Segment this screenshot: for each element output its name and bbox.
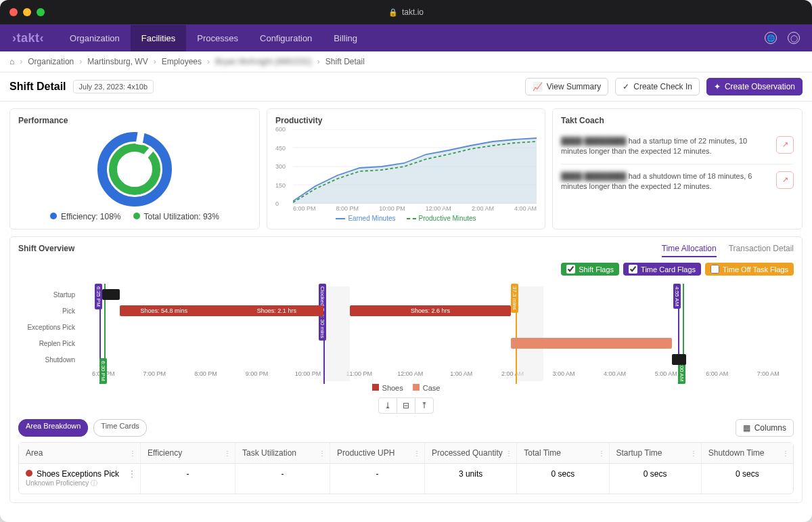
productivity-xaxis: 6:00 PM8:00 PM 10:00 PM12:00 AM 2:00 AM4…	[293, 205, 537, 212]
create-checkin-button[interactable]: ✓ Create Check In	[615, 78, 700, 95]
window-maximize[interactable]	[37, 8, 45, 16]
overview-title: Shift Overview	[18, 244, 74, 253]
th-total-time[interactable]: Total Time⋮	[517, 443, 609, 463]
crumb-current: Shift Detail	[325, 57, 365, 66]
flag-offtask[interactable]: Time Off Task Flags	[705, 263, 794, 276]
crumb-location[interactable]: Martinsburg, WV	[87, 57, 148, 66]
download-icon[interactable]: ⤓	[378, 397, 397, 414]
coach-open-icon[interactable]: ↗	[776, 136, 794, 154]
coach-item: ████ ████████ had a shutdown time of 18 …	[561, 165, 794, 199]
chart-icon: 📈	[533, 82, 543, 91]
url-text: takt.io	[402, 7, 424, 17]
tab-transaction-detail[interactable]: Transaction Detail	[729, 244, 794, 257]
view-summary-button[interactable]: 📈 View Summary	[525, 78, 608, 95]
tab-time-cards[interactable]: Time Cards	[93, 419, 146, 437]
breadcrumb: ⌂ ›Organization ›Martinsburg, WV ›Employ…	[0, 51, 812, 72]
window-close[interactable]	[9, 8, 18, 16]
user-icon[interactable]: ◯	[788, 32, 800, 44]
coach-open-icon[interactable]: ↗	[776, 171, 794, 189]
flag-timecard[interactable]: Time Card Flags	[623, 263, 701, 276]
nav-organization[interactable]: Organization	[59, 25, 131, 51]
productivity-title: Productivity	[275, 116, 537, 125]
legend-productive: Productive Minutes	[407, 215, 476, 222]
nav-configuration[interactable]: Configuration	[249, 25, 323, 51]
tab-time-allocation[interactable]: Time Allocation	[662, 244, 717, 257]
top-nav: ›takt‹ Organization Facilities Processes…	[0, 24, 812, 51]
flag-shift[interactable]: Shift Flags	[561, 263, 619, 276]
columns-icon: ▦	[743, 423, 750, 433]
timeline-xaxis: 6:00 PM7:00 PM8:00 PM 9:00 PM10:00 PM11:…	[78, 370, 794, 377]
nav-facilities[interactable]: Facilities	[131, 25, 187, 51]
crumb-employee-name[interactable]: Bryan McKnight (8881532)	[215, 57, 312, 66]
performance-donut	[97, 132, 172, 206]
create-observation-button[interactable]: ✦ Create Observation	[706, 78, 803, 95]
tab-area-breakdown[interactable]: Area Breakdown	[18, 419, 88, 437]
area-table: Area⋮ Efficiency⋮ Task Utilization⋮ Prod…	[18, 442, 794, 494]
th-shutdown-time[interactable]: Shutdown Time⋮	[702, 443, 793, 463]
legend-shoes: Shoes	[372, 384, 403, 392]
table-row: Shoes Exceptions Pick Unknown Proficienc…	[19, 464, 793, 494]
crumb-organization[interactable]: Organization	[28, 57, 74, 66]
performance-title: Performance	[18, 116, 251, 125]
crumb-employees[interactable]: Employees	[162, 57, 202, 66]
browser-titlebar: 🔒 takt.io	[0, 0, 812, 24]
coach-card: Takt Coach ████ ████████ had a startup t…	[552, 108, 803, 230]
productivity-chart: 600 450 300 150 0	[293, 129, 537, 204]
utilization-legend: Total Utilization: 93%	[133, 212, 219, 221]
column-menu-icon[interactable]: ⋮	[129, 450, 136, 457]
row-area: Shoes Exceptions Pick	[37, 469, 119, 479]
globe-icon[interactable]: 🌐	[765, 32, 777, 44]
timeline: 6:25 PM 6:30 PM Clocked Out: 30 mins 37.…	[10, 281, 802, 381]
expand-icon[interactable]: ⊟	[397, 397, 415, 414]
performance-card: Performance Efficiency: 108% Total Utili…	[9, 108, 260, 230]
legend-earned: Earned Minutes	[336, 215, 395, 222]
info-icon[interactable]: ⓘ	[91, 479, 97, 487]
legend-case: Case	[413, 384, 441, 392]
page-header: Shift Detail July 23, 2023: 4x10b 📈 View…	[0, 72, 812, 102]
th-area[interactable]: Area⋮	[19, 443, 141, 463]
checkin-icon: ✓	[623, 82, 629, 91]
nav-billing[interactable]: Billing	[323, 25, 368, 51]
coach-title: Takt Coach	[561, 116, 794, 125]
productivity-card: Productivity 600 450 300 150 0	[267, 108, 545, 230]
nav-processes[interactable]: Processes	[186, 25, 249, 51]
coach-item: ████ ████████ had a startup time of 22 m…	[561, 129, 794, 165]
page-title: Shift Detail	[9, 81, 66, 93]
home-icon[interactable]: ⌂	[9, 57, 14, 66]
efficiency-legend: Efficiency: 108%	[50, 212, 121, 221]
sparkle-icon: ✦	[714, 82, 721, 91]
th-task-utilization[interactable]: Task Utilization⋮	[235, 443, 330, 463]
th-processed-qty[interactable]: Processed Quantity⋮	[425, 443, 517, 463]
lock-icon: 🔒	[388, 8, 398, 17]
shift-badge: July 23, 2023: 4x10b	[73, 80, 154, 93]
th-startup-time[interactable]: Startup Time⋮	[610, 443, 702, 463]
th-productive-uph[interactable]: Productive UPH⋮	[330, 443, 425, 463]
logo[interactable]: ›takt‹	[12, 31, 44, 45]
shift-overview-card: Shift Overview Time Allocation Transacti…	[9, 236, 803, 503]
window-minimize[interactable]	[23, 8, 31, 16]
th-efficiency[interactable]: Efficiency⋮	[141, 443, 235, 463]
collapse-icon[interactable]: ⤒	[415, 397, 434, 414]
columns-button[interactable]: ▦ Columns	[736, 419, 794, 437]
row-menu-icon[interactable]: ⋮	[128, 469, 136, 479]
